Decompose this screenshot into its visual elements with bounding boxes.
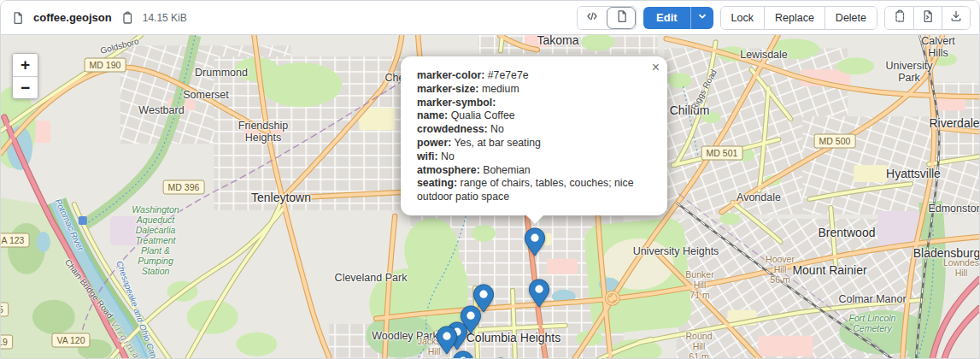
zoom-out-button[interactable]: − bbox=[13, 76, 38, 98]
clipboard-icon bbox=[893, 9, 907, 26]
view-rendered-button[interactable] bbox=[607, 7, 636, 29]
file-name: coffee.geojson bbox=[33, 11, 112, 24]
map-zoom-control: + − bbox=[12, 53, 38, 99]
popup-property: name: Qualia Coffee bbox=[417, 109, 651, 123]
action-delete-button[interactable]: Delete bbox=[824, 7, 877, 29]
action-lock-button[interactable]: Lock bbox=[721, 7, 764, 29]
popup-property: power: Yes, at bar seating bbox=[417, 137, 651, 150]
chevron-down-icon bbox=[696, 10, 708, 25]
map-marker[interactable] bbox=[524, 227, 546, 256]
download-icon bbox=[949, 9, 963, 26]
poi-icon bbox=[79, 216, 87, 225]
popup-property: marker-symbol: bbox=[417, 97, 651, 110]
file-icon-actions bbox=[884, 6, 971, 30]
action-replace-button[interactable]: Replace bbox=[764, 7, 824, 29]
file-code-icon bbox=[921, 9, 935, 26]
popup-properties: marker-color: #7e7e7emarker-size: medium… bbox=[417, 69, 651, 204]
popup-property: seating: range of chairs, tables, couche… bbox=[417, 177, 651, 204]
file-toolbar: Edit LockReplaceDelete bbox=[577, 6, 971, 30]
popup-property: atmosphere: Bohemian bbox=[417, 164, 651, 178]
view-code-button[interactable] bbox=[578, 7, 607, 29]
document-icon bbox=[615, 9, 629, 26]
file-icon bbox=[9, 9, 26, 26]
code-icon bbox=[585, 9, 599, 26]
file-size: 14.15 KiB bbox=[143, 12, 187, 24]
edit-dropdown-button[interactable] bbox=[690, 7, 713, 29]
popup-property: marker-size: medium bbox=[417, 83, 651, 97]
popup-property: marker-color: #7e7e7e bbox=[417, 69, 651, 83]
edit-split-button: Edit bbox=[643, 7, 713, 29]
popup-property: wifi: No bbox=[417, 150, 651, 164]
zoom-in-button[interactable]: + bbox=[13, 54, 38, 76]
popup-close-button[interactable]: × bbox=[652, 61, 660, 74]
popup-pointer bbox=[526, 215, 543, 224]
map-marker[interactable] bbox=[452, 350, 474, 359]
file-actions: LockReplaceDelete bbox=[720, 6, 877, 30]
file-header: coffee.geojson 14.15 KiB Edit bbox=[1, 1, 979, 35]
view-toggle bbox=[577, 6, 637, 30]
map-marker[interactable] bbox=[528, 279, 550, 308]
map-container[interactable]: TakomaChevy Chase VillageDrummondSomerse… bbox=[1, 35, 979, 359]
copy-path-button[interactable] bbox=[119, 9, 136, 26]
feature-popup: × marker-color: #7e7e7emarker-size: medi… bbox=[401, 56, 667, 215]
raw-file-button[interactable] bbox=[913, 7, 942, 29]
edit-button[interactable]: Edit bbox=[643, 7, 690, 29]
file-viewer: coffee.geojson 14.15 KiB Edit bbox=[0, 0, 980, 359]
popup-property: crowdedness: No bbox=[417, 123, 651, 137]
file-info: coffee.geojson 14.15 KiB bbox=[9, 9, 568, 26]
copy-contents-button[interactable] bbox=[885, 7, 913, 29]
download-button[interactable] bbox=[942, 7, 970, 29]
